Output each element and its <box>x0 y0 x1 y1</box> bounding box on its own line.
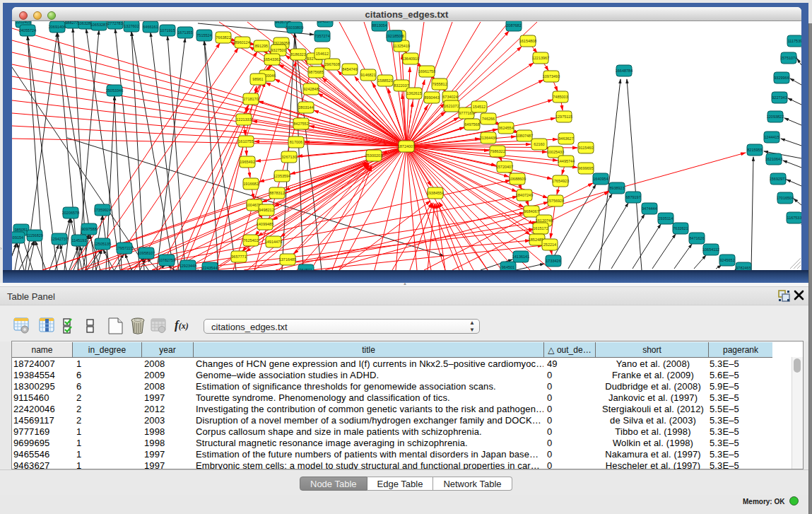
svg-text:14495744: 14495744 <box>558 159 575 163</box>
svg-text:985051: 985051 <box>15 228 28 232</box>
svg-text:9463627: 9463627 <box>558 136 573 141</box>
svg-text:10973493: 10973493 <box>543 74 560 78</box>
svg-text:9875685: 9875685 <box>308 70 323 74</box>
svg-text:12923448: 12923448 <box>180 264 196 268</box>
svg-text:1610755: 1610755 <box>238 139 253 144</box>
svg-text:154512: 154512 <box>473 105 486 109</box>
svg-text:1221333: 1221333 <box>236 117 251 122</box>
svg-text:15692971: 15692971 <box>770 177 787 181</box>
svg-text:2087682: 2087682 <box>506 23 521 28</box>
svg-text:11325419: 11325419 <box>393 44 410 48</box>
svg-text:12975115: 12975115 <box>555 115 572 119</box>
svg-text:2718170: 2718170 <box>243 97 258 101</box>
svg-text:8215955: 8215955 <box>747 148 762 152</box>
svg-text:19384554: 19384554 <box>427 191 444 195</box>
svg-text:154612: 154612 <box>316 52 329 56</box>
svg-text:16120746: 16120746 <box>536 218 553 223</box>
svg-text:10807487: 10807487 <box>516 134 533 138</box>
svg-text:9782465: 9782465 <box>736 266 751 270</box>
svg-text:24055724: 24055724 <box>19 28 36 33</box>
svg-text:10958107: 10958107 <box>138 251 155 255</box>
svg-text:8990443: 8990443 <box>424 95 439 100</box>
svg-text:1117539: 1117539 <box>788 39 801 43</box>
svg-text:7485003: 7485003 <box>553 95 567 99</box>
svg-text:7663822: 7663822 <box>216 35 230 40</box>
svg-text:19218506: 19218506 <box>386 34 403 38</box>
svg-text:13716485: 13716485 <box>279 257 296 262</box>
svg-text:964501: 964501 <box>300 268 312 270</box>
svg-text:9097588: 9097588 <box>81 227 96 231</box>
svg-text:252214: 252214 <box>543 243 556 247</box>
svg-text:6879197: 6879197 <box>625 195 640 199</box>
svg-text:20206578: 20206578 <box>62 211 79 215</box>
svg-text:9498212: 9498212 <box>259 208 273 212</box>
svg-text:1965492: 1965492 <box>240 160 254 164</box>
svg-text:1615172: 1615172 <box>533 226 548 230</box>
svg-text:15720407: 15720407 <box>496 165 513 169</box>
svg-text:10782759: 10782759 <box>158 258 175 262</box>
svg-text:14914479: 14914479 <box>265 240 282 244</box>
svg-text:8471626: 8471626 <box>689 236 704 240</box>
svg-text:12505135: 12505135 <box>94 242 111 246</box>
svg-text:17654923: 17654923 <box>552 179 569 183</box>
svg-text:8878312: 8878312 <box>269 191 284 195</box>
svg-text:16154808: 16154808 <box>519 39 536 43</box>
svg-text:939154: 939154 <box>12 235 23 240</box>
svg-text:2967608: 2967608 <box>324 62 339 66</box>
svg-text:9115460: 9115460 <box>578 146 593 150</box>
svg-text:12353594: 12353594 <box>273 174 290 178</box>
svg-text:11156829: 11156829 <box>26 233 43 238</box>
svg-text:9699695: 9699695 <box>578 166 593 170</box>
svg-text:3624554: 3624554 <box>498 126 513 130</box>
svg-text:2202405: 2202405 <box>16 21 30 24</box>
svg-text:2803144: 2803144 <box>298 105 313 110</box>
svg-text:2935114: 2935114 <box>658 216 673 221</box>
svg-text:9657771: 9657771 <box>231 255 246 259</box>
svg-text:16961758: 16961758 <box>418 69 435 74</box>
svg-text:14136141: 14136141 <box>512 255 529 259</box>
svg-text:9327500: 9327500 <box>271 48 286 52</box>
svg-text:1244415: 1244415 <box>764 135 779 139</box>
svg-text:7515524: 7515524 <box>196 33 211 37</box>
svg-text:9245652: 9245652 <box>719 258 734 262</box>
svg-text:18407249: 18407249 <box>516 193 533 197</box>
svg-text:62160: 62160 <box>534 142 544 146</box>
svg-text:1916682: 1916682 <box>243 182 258 186</box>
svg-text:1733426: 1733426 <box>546 259 560 263</box>
svg-text:9684067: 9684067 <box>524 209 539 214</box>
svg-text:6497568: 6497568 <box>464 122 479 127</box>
svg-text:17359924: 17359924 <box>94 208 111 212</box>
svg-text:8813054: 8813054 <box>372 23 387 28</box>
svg-text:964501: 964501 <box>502 265 514 269</box>
svg-text:16543362: 16543362 <box>264 57 281 62</box>
svg-text:7986322: 7986322 <box>490 149 505 153</box>
svg-text:98961: 98961 <box>252 77 263 81</box>
svg-text:1362615: 1362615 <box>406 91 421 95</box>
svg-text:1327602: 1327602 <box>124 24 139 28</box>
svg-text:15751074: 15751074 <box>780 56 797 60</box>
svg-text:1671355: 1671355 <box>177 30 192 35</box>
svg-text:1621072: 1621072 <box>444 104 459 108</box>
svg-text:1071915: 1071915 <box>160 28 175 33</box>
svg-text:25053346: 25053346 <box>106 88 123 93</box>
svg-text:16648784: 16648784 <box>616 69 632 73</box>
svg-text:8960124: 8960124 <box>235 40 249 45</box>
svg-text:13640910: 13640910 <box>402 57 419 61</box>
svg-text:1167533: 1167533 <box>787 216 801 220</box>
svg-text:8186323: 8186323 <box>290 52 305 57</box>
svg-text:15756928: 15756928 <box>547 199 564 203</box>
svg-text:8427552: 8427552 <box>293 122 308 126</box>
svg-text:9329966: 9329966 <box>774 76 789 80</box>
svg-text:20691406: 20691406 <box>49 25 66 29</box>
svg-text:8938923: 8938923 <box>609 186 624 190</box>
svg-text:2772783: 2772783 <box>107 21 122 25</box>
svg-text:25300203: 25300203 <box>365 153 382 158</box>
svg-text:891295: 891295 <box>255 44 268 48</box>
svg-text:9227343: 9227343 <box>772 95 787 100</box>
svg-text:10654112: 10654112 <box>702 247 719 252</box>
svg-text:21364436: 21364436 <box>480 136 497 140</box>
svg-text:17016504: 17016504 <box>777 196 794 200</box>
svg-text:9474444: 9474444 <box>642 206 657 211</box>
svg-text:1145193: 1145193 <box>71 238 86 243</box>
svg-text:12942737: 12942737 <box>51 237 68 241</box>
